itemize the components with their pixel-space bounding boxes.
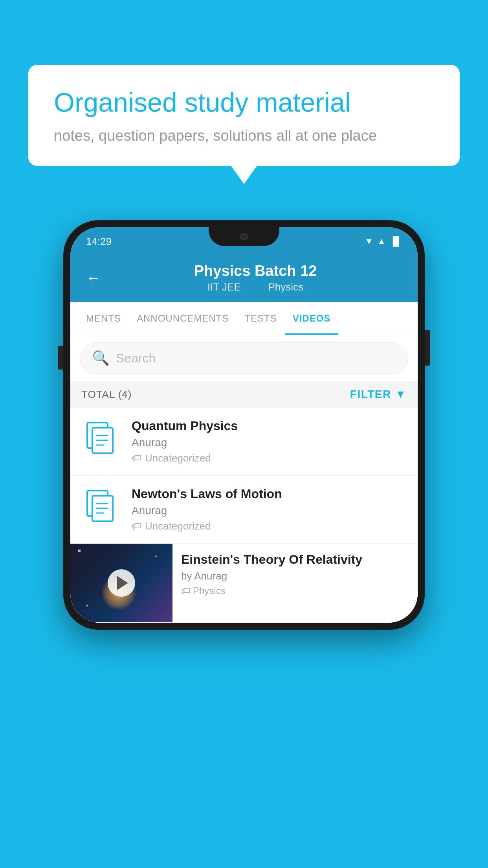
video-title: Einstein's Theory Of Relativity [181,552,409,567]
filter-row: TOTAL (4) FILTER ▼ [70,381,418,408]
phone-wrapper: 14:29 ▼ ▲ ▐▌ ← Physics Batch 12 IIT JEE [63,220,425,630]
video-tag: 🏷 Uncategorized [132,452,407,464]
file-icon-container [81,419,121,458]
tag-text: Uncategorized [145,520,211,532]
file-icon [85,421,117,456]
status-bar: 14:29 ▼ ▲ ▐▌ [70,227,418,256]
tag-icon: 🏷 [181,585,191,596]
tab-tests[interactable]: TESTS [237,302,284,335]
battery-icon: ▐▌ [390,236,402,246]
video-title: Newton's Laws of Motion [132,487,407,501]
filter-icon: ▼ [395,388,407,401]
header-center: Physics Batch 12 IIT JEE Physics [109,263,402,293]
search-placeholder: Search [116,351,156,366]
file-icon [85,489,117,524]
notch [209,227,279,246]
phone-outer: 14:29 ▼ ▲ ▐▌ ← Physics Batch 12 IIT JEE [63,220,425,630]
tab-ments[interactable]: MENTS [78,302,129,335]
list-item[interactable]: Einstein's Theory Of Relativity by Anura… [70,544,418,623]
tab-bar: MENTS ANNOUNCEMENTS TESTS VIDEOS [70,302,418,335]
search-bar[interactable]: 🔍 Search [80,342,408,374]
play-triangle-icon [117,576,128,590]
video-thumbnail [70,544,172,622]
tab-videos[interactable]: VIDEOS [285,302,339,335]
search-icon: 🔍 [92,350,110,366]
bubble-title: Organised study material [54,86,434,119]
batch-title: Physics Batch 12 [109,263,402,280]
video-author: Anurag [132,504,407,517]
list-item[interactable]: Newton's Laws of Motion Anurag 🏷 Uncateg… [70,476,418,544]
status-icons: ▼ ▲ ▐▌ [365,236,402,246]
total-count: TOTAL (4) [81,388,132,401]
search-bar-container: 🔍 Search [70,335,418,381]
subtitle-part2: Physics [268,281,303,293]
tag-text: Uncategorized [145,452,211,464]
batch-subtitle: IIT JEE Physics [109,281,402,293]
video-tag: 🏷 Uncategorized [132,520,407,532]
tag-icon: 🏷 [132,520,142,532]
list-item[interactable]: Quantum Physics Anurag 🏷 Uncategorized [70,408,418,476]
app-header: ← Physics Batch 12 IIT JEE Physics [70,256,418,302]
status-time: 14:29 [86,235,112,248]
bubble-subtitle: notes, question papers, solutions all at… [54,127,434,144]
subtitle-separator [253,281,256,293]
speech-bubble: Organised study material notes, question… [28,65,460,166]
video-info: Einstein's Theory Of Relativity by Anura… [172,544,418,605]
back-button[interactable]: ← [86,270,101,287]
filter-button[interactable]: FILTER ▼ [350,388,407,401]
video-author: by Anurag [181,570,409,582]
video-info: Quantum Physics Anurag 🏷 Uncategorized [132,419,407,464]
video-list: Quantum Physics Anurag 🏷 Uncategorized [70,408,418,623]
phone-screen: 14:29 ▼ ▲ ▐▌ ← Physics Batch 12 IIT JEE [70,227,418,623]
video-tag: 🏷 Physics [181,585,409,596]
wifi-icon: ▼ [365,236,373,246]
filter-label: FILTER [350,388,391,401]
video-author: Anurag [132,436,407,449]
video-info: Newton's Laws of Motion Anurag 🏷 Uncateg… [132,487,407,532]
signal-icon: ▲ [377,236,386,246]
camera [240,233,248,241]
tab-announcements[interactable]: ANNOUNCEMENTS [129,302,237,335]
tag-icon: 🏷 [132,452,142,464]
play-button[interactable] [108,569,135,597]
subtitle-part1: IIT JEE [207,281,241,293]
file-icon-container [81,487,121,526]
video-title: Quantum Physics [132,419,407,433]
tag-text: Physics [193,585,226,596]
